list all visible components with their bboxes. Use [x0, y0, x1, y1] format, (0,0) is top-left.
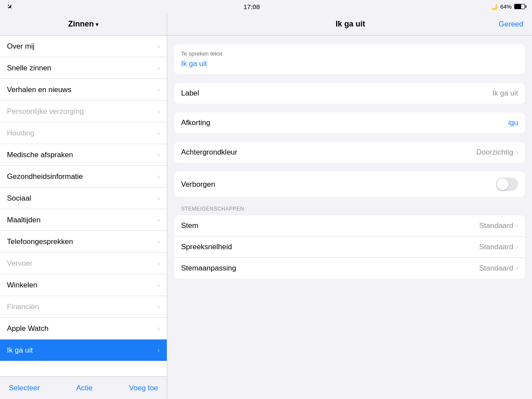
right-header-title: Ik ga uit — [202, 20, 499, 29]
afkorting-value: igu — [508, 119, 518, 127]
sidebar-chevron-gezondheidsinformatie: › — [158, 173, 160, 181]
sidebar-item-telefoongesprekken[interactable]: Telefoongesprekken › — [0, 231, 167, 253]
status-bar-right: 🌙 64% — [491, 3, 525, 10]
stem-value: Standaard › — [479, 221, 518, 230]
sidebar-item-label-persoonlijke-verzorging: Persoonlijke verzorging — [7, 107, 84, 116]
actie-button[interactable]: Actie — [76, 384, 93, 392]
sidebar-chevron-snelle-zinnen: › — [158, 64, 160, 72]
te-spreken-tekst-value: Ik ga uit — [181, 59, 518, 68]
stemeigenschappen-card: Stem Standaard › Spreeksnelheid Standaar… — [174, 215, 525, 279]
sidebar-item-label-medische-afspraken: Medische afspraken — [7, 151, 73, 159]
right-header: Ik ga uit Gereed — [167, 13, 532, 36]
sidebar-item-label-telefoongesprekken: Telefoongesprekken — [7, 237, 73, 246]
stemaanpassing-value: Standaard › — [479, 264, 518, 273]
sidebar-item-vervoer[interactable]: Vervoer › — [0, 253, 167, 274]
achtergrondkleur-label: Achtergrondkleur — [181, 148, 237, 157]
battery-percentage: 64% — [500, 3, 512, 10]
sidebar-item-label-gezondheidsinformatie: Gezondheidsinformatie — [7, 172, 83, 181]
sidebar-item-houding[interactable]: Houding › — [0, 122, 167, 144]
sidebar-title: Zinnen — [68, 20, 94, 29]
sidebar-item-label-houding: Houding — [7, 129, 34, 138]
label-row[interactable]: Label Ik ga uit — [174, 83, 525, 104]
stem-label: Stem — [181, 221, 198, 230]
achtergrondkleur-chevron: › — [516, 148, 518, 156]
sidebar-item-ik-ga-uit[interactable]: Ik ga uit › — [0, 340, 167, 361]
te-spreken-tekst-card: Te spreken tekst Ik ga uit — [174, 44, 525, 74]
spreeksnelheid-chevron: › — [516, 243, 518, 251]
sidebar-item-winkelen[interactable]: Winkelen › — [0, 274, 167, 296]
te-spreken-tekst-label: Te spreken tekst — [181, 50, 518, 57]
sidebar-item-label-over-mij: Over mij — [7, 42, 34, 51]
afkorting-row[interactable]: Afkorting igu — [174, 112, 525, 133]
label-card: Label Ik ga uit — [174, 83, 525, 104]
achtergrondkleur-row[interactable]: Achtergrondkleur Doorzichtig › — [174, 142, 525, 163]
sidebar-item-snelle-zinnen[interactable]: Snelle zinnen › — [0, 57, 167, 79]
battery-icon — [514, 4, 525, 9]
stemaanpassing-label: Stemaanpassing — [181, 264, 236, 273]
stem-row[interactable]: Stem Standaard › — [174, 215, 525, 237]
sidebar-item-label-ik-ga-uit: Ik ga uit — [7, 346, 33, 355]
voeg-toe-button[interactable]: Voeg toe — [129, 384, 158, 392]
sidebar-chevron-apple-watch: › — [158, 325, 160, 333]
achtergrondkleur-card: Achtergrondkleur Doorzichtig › — [174, 142, 525, 163]
sidebar-item-over-mij[interactable]: Over mij › — [0, 36, 167, 57]
sidebar-chevron-maaltijden: › — [158, 216, 160, 224]
sidebar-item-label-snelle-zinnen: Snelle zinnen — [7, 64, 51, 73]
sidebar-item-label-maaltijden: Maaltijden — [7, 216, 41, 224]
sidebar-item-verhalen-nieuws[interactable]: Verhalen en nieuws › — [0, 79, 167, 101]
te-spreken-tekst-field[interactable]: Te spreken tekst Ik ga uit — [174, 44, 525, 74]
afkorting-label: Afkorting — [181, 119, 210, 127]
right-content: Te spreken tekst Ik ga uit Label Ik ga u… — [167, 36, 532, 399]
sidebar-list: Over mij › Snelle zinnen › Verhalen en n… — [0, 36, 167, 376]
status-bar: ✈ 17:08 🌙 64% — [0, 0, 532, 13]
sidebar-chevron-telefoongesprekken: › — [158, 238, 160, 246]
verborgen-label: Verborgen — [181, 180, 215, 189]
sidebar-chevron-over-mij: › — [158, 43, 160, 50]
sidebar-item-maaltijden[interactable]: Maaltijden › — [0, 209, 167, 231]
sidebar-item-sociaal[interactable]: Sociaal › — [0, 188, 167, 209]
sidebar-chevron-persoonlijke-verzorging: › — [158, 108, 160, 115]
sidebar-chevron-ik-ga-uit: › — [158, 346, 160, 354]
sidebar-item-label-vervoer: Vervoer — [7, 259, 33, 268]
spreeksnelheid-row[interactable]: Spreeksnelheid Standaard › — [174, 237, 525, 258]
moon-icon: 🌙 — [491, 3, 498, 10]
verborgen-row: Verborgen — [174, 171, 525, 197]
afkorting-card: Afkorting igu — [174, 112, 525, 133]
spreeksnelheid-value: Standaard › — [479, 243, 518, 251]
sidebar-chevron-vervoer: › — [158, 260, 160, 267]
sidebar-dropdown-arrow[interactable]: ▾ — [96, 21, 99, 28]
sidebar-chevron-medische-afspraken: › — [158, 151, 160, 159]
sidebar-header: Zinnen ▾ — [0, 13, 167, 36]
verborgen-toggle[interactable] — [496, 178, 518, 191]
main-layout: Zinnen ▾ Over mij › Snelle zinnen › Verh… — [0, 13, 532, 399]
sidebar-item-label-sociaal: Sociaal — [7, 194, 31, 203]
sidebar-item-label-apple-watch: Apple Watch — [7, 324, 49, 333]
sidebar-item-label-verhalen-nieuws: Verhalen en nieuws — [7, 86, 71, 94]
sidebar-item-persoonlijke-verzorging[interactable]: Persoonlijke verzorging › — [0, 101, 167, 122]
airplane-icon: ✈ — [5, 2, 15, 12]
sidebar-chevron-financien: › — [158, 303, 160, 311]
status-bar-left: ✈ — [7, 3, 13, 11]
stemeigenschappen-header: STEMEIGENSCHAPPEN — [174, 206, 525, 215]
selecteer-button[interactable]: Selecteer — [9, 384, 40, 392]
sidebar-item-medische-afspraken[interactable]: Medische afspraken › — [0, 144, 167, 166]
sidebar-chevron-winkelen: › — [158, 281, 160, 289]
sidebar-item-label-financien: Financiën — [7, 303, 39, 311]
spreeksnelheid-label: Spreeksnelheid — [181, 243, 232, 251]
toggle-knob — [497, 178, 509, 190]
gereed-button[interactable]: Gereed — [499, 20, 523, 29]
verborgen-card: Verborgen — [174, 171, 525, 197]
sidebar-toolbar: Selecteer Actie Voeg toe — [0, 376, 167, 399]
sidebar-item-gezondheidsinformatie[interactable]: Gezondheidsinformatie › — [0, 166, 167, 188]
label-field-value: Ik ga uit — [492, 89, 518, 98]
right-panel: Ik ga uit Gereed Te spreken tekst Ik ga … — [167, 13, 532, 399]
sidebar-item-apple-watch[interactable]: Apple Watch › — [0, 318, 167, 340]
sidebar: Zinnen ▾ Over mij › Snelle zinnen › Verh… — [0, 13, 167, 399]
sidebar-item-financien[interactable]: Financiën › — [0, 296, 167, 318]
stemaanpassing-row[interactable]: Stemaanpassing Standaard › — [174, 258, 525, 279]
stem-chevron: › — [516, 222, 518, 230]
stemaanpassing-chevron: › — [516, 264, 518, 272]
sidebar-chevron-verhalen-nieuws: › — [158, 86, 160, 94]
status-bar-time: 17:08 — [244, 3, 260, 10]
achtergrondkleur-value: Doorzichtig › — [476, 148, 518, 157]
